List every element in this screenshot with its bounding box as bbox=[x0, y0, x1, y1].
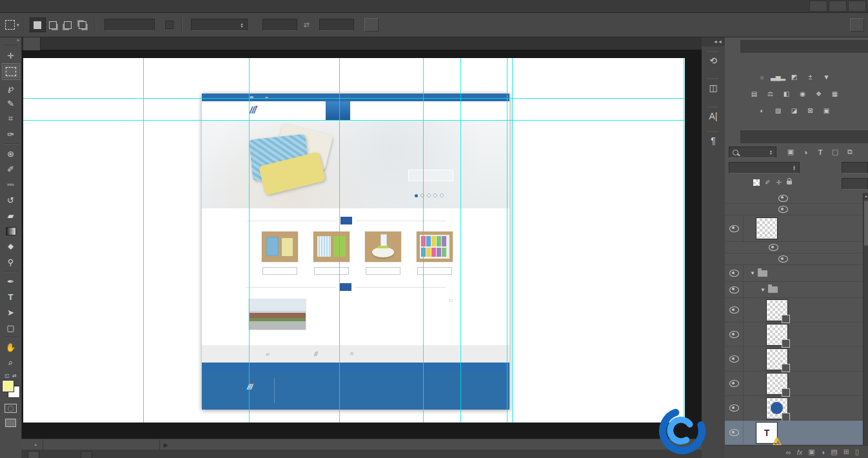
product-image-2[interactable] bbox=[313, 231, 350, 263]
product-image-4[interactable] bbox=[416, 231, 453, 263]
guide-vertical-6[interactable] bbox=[507, 58, 508, 423]
blur-tool[interactable]: ⬥ bbox=[3, 239, 19, 254]
zoom-tool[interactable]: ⌕ bbox=[3, 355, 19, 370]
site-menu-about[interactable] bbox=[350, 101, 358, 120]
shape-layer-thumbnail[interactable] bbox=[767, 349, 787, 370]
carousel-dot-active[interactable] bbox=[415, 194, 418, 197]
guide-horizontal-2[interactable] bbox=[23, 120, 685, 121]
lasso-tool[interactable]: ℘ bbox=[3, 80, 19, 95]
layer-thumbnail[interactable] bbox=[756, 218, 777, 239]
sync-status-icon[interactable]: ◔ bbox=[33, 441, 37, 449]
height-input[interactable] bbox=[319, 19, 354, 31]
gradient-tool[interactable] bbox=[3, 223, 19, 239]
product-image-3[interactable] bbox=[364, 231, 402, 263]
selective-color-icon[interactable]: ▣ bbox=[820, 106, 833, 115]
banner-contact-button[interactable] bbox=[408, 170, 453, 181]
healing-brush-tool[interactable]: ⊛ bbox=[3, 146, 19, 161]
guide-vertical-2[interactable] bbox=[249, 58, 250, 423]
mini-bridge-tab[interactable] bbox=[28, 451, 39, 458]
tool-preset-picker[interactable]: ▾ bbox=[5, 20, 19, 30]
lock-position-icon[interactable]: ✛ bbox=[773, 179, 784, 186]
filter-type-layers-icon[interactable]: T bbox=[814, 148, 827, 156]
channel-mixer-icon[interactable]: ❖ bbox=[813, 89, 825, 98]
visibility-toggle[interactable] bbox=[725, 282, 744, 297]
subtract-selection-button[interactable] bbox=[61, 18, 75, 32]
visibility-toggle[interactable] bbox=[725, 347, 744, 371]
default-colors-icon[interactable]: ◱ bbox=[5, 373, 10, 379]
brightness-contrast-icon[interactable]: ☼ bbox=[756, 72, 768, 81]
visibility-toggle[interactable] bbox=[725, 298, 744, 322]
new-adjustment-layer-icon[interactable]: ◑ bbox=[821, 448, 825, 456]
screen-mode-button[interactable] bbox=[5, 419, 16, 427]
layer-effect-row[interactable] bbox=[725, 204, 863, 215]
quick-mask-button[interactable] bbox=[5, 404, 17, 413]
visibility-eye-icon[interactable] bbox=[778, 255, 788, 263]
product-name-label-1[interactable] bbox=[262, 267, 297, 275]
close-button[interactable] bbox=[848, 1, 866, 12]
vibrance-icon[interactable]: ▼ bbox=[820, 72, 833, 81]
new-layer-icon[interactable]: ⊞ bbox=[843, 448, 849, 456]
filter-shape-layers-icon[interactable]: ▢ bbox=[829, 148, 842, 156]
type-tool[interactable]: T bbox=[3, 289, 19, 304]
lock-all-icon[interactable] bbox=[787, 181, 792, 184]
guide-vertical-5[interactable] bbox=[460, 58, 461, 423]
shape-layer-thumbnail[interactable] bbox=[767, 398, 787, 419]
eyedropper-tool[interactable]: ✑ bbox=[3, 126, 19, 142]
curves-icon[interactable]: ◩ bbox=[788, 72, 800, 81]
hue-saturation-icon[interactable]: ▤ bbox=[748, 89, 760, 98]
layer-row[interactable] bbox=[725, 372, 863, 396]
crop-tool[interactable]: ⌗ bbox=[3, 111, 19, 126]
path-selection-tool[interactable]: ➤ bbox=[3, 304, 19, 320]
character-panel-button[interactable]: ▪▪▪▪▪A| bbox=[702, 106, 725, 121]
carousel-dot[interactable] bbox=[427, 194, 431, 197]
shape-tool[interactable]: ▢ bbox=[3, 320, 19, 335]
carousel-dot[interactable] bbox=[420, 194, 424, 197]
refine-edge-button[interactable] bbox=[364, 18, 379, 32]
layer-group-row[interactable]: ▼ bbox=[725, 265, 863, 282]
properties-panel-button[interactable]: ▪▪▪▪▪◫ bbox=[702, 77, 725, 93]
visibility-eye-icon[interactable] bbox=[778, 195, 788, 202]
filter-adjustment-layers-icon[interactable]: ◑ bbox=[799, 148, 812, 156]
visibility-toggle[interactable] bbox=[725, 421, 744, 444]
toolbar-grip[interactable]: ▪▪▪▪▪▪ bbox=[4, 43, 17, 46]
timeline-tab[interactable] bbox=[81, 451, 92, 458]
new-selection-button[interactable] bbox=[30, 17, 46, 32]
scrollbar-thumb[interactable] bbox=[864, 201, 868, 246]
visibility-toggle[interactable] bbox=[725, 372, 744, 395]
guide-vertical-7[interactable] bbox=[512, 58, 513, 423]
swap-dimensions-icon[interactable]: ⇄ bbox=[304, 21, 310, 29]
shape-layer-thumbnail[interactable] bbox=[767, 324, 787, 345]
site-logo[interactable]: ●/// bbox=[250, 105, 256, 115]
delete-layer-icon[interactable]: ▯ bbox=[855, 448, 859, 456]
photo-filter-icon[interactable]: ◉ bbox=[796, 89, 809, 98]
levels-icon[interactable]: ▃▅▂ bbox=[772, 72, 784, 81]
eraser-tool[interactable]: ▰ bbox=[3, 208, 19, 223]
workspace-switcher-button[interactable] bbox=[850, 18, 864, 32]
collapse-toolbar-icon[interactable]: » bbox=[17, 38, 19, 43]
collapse-dock-icon[interactable]: ◄◄ bbox=[713, 39, 722, 44]
site-menu-contact[interactable] bbox=[381, 101, 389, 120]
intersect-selection-button[interactable] bbox=[75, 18, 90, 32]
dodge-tool[interactable]: ⚲ bbox=[3, 254, 19, 270]
new-group-icon[interactable]: ▤ bbox=[831, 448, 837, 456]
filter-smart-objects-icon[interactable]: ⧉ bbox=[843, 148, 856, 156]
visibility-toggle[interactable] bbox=[725, 215, 744, 241]
lock-paint-icon[interactable]: ✐ bbox=[762, 179, 773, 186]
canvas-area[interactable]: ☎ ✉ ●/// bbox=[21, 50, 702, 439]
brush-tool[interactable]: ✐ bbox=[3, 161, 19, 177]
layer-group-row[interactable]: ▼ bbox=[725, 282, 863, 298]
restore-button[interactable] bbox=[829, 1, 847, 12]
layer-row[interactable] bbox=[725, 347, 863, 372]
site-menu-home[interactable] bbox=[326, 101, 350, 120]
document-tab[interactable] bbox=[23, 37, 41, 50]
swap-colors-icon[interactable]: ⇄ bbox=[12, 373, 17, 379]
layer-row-selected[interactable]: T⚠ bbox=[725, 421, 863, 445]
layer-row[interactable] bbox=[725, 298, 863, 323]
product-image-1[interactable] bbox=[261, 231, 299, 263]
foreground-color-swatch[interactable] bbox=[3, 381, 14, 392]
invert-icon[interactable]: ◐ bbox=[756, 106, 768, 115]
tab-styles[interactable] bbox=[740, 40, 756, 53]
hand-tool[interactable]: ✋ bbox=[3, 339, 19, 355]
minimize-button[interactable] bbox=[809, 1, 827, 12]
exposure-icon[interactable]: ± bbox=[804, 72, 816, 81]
